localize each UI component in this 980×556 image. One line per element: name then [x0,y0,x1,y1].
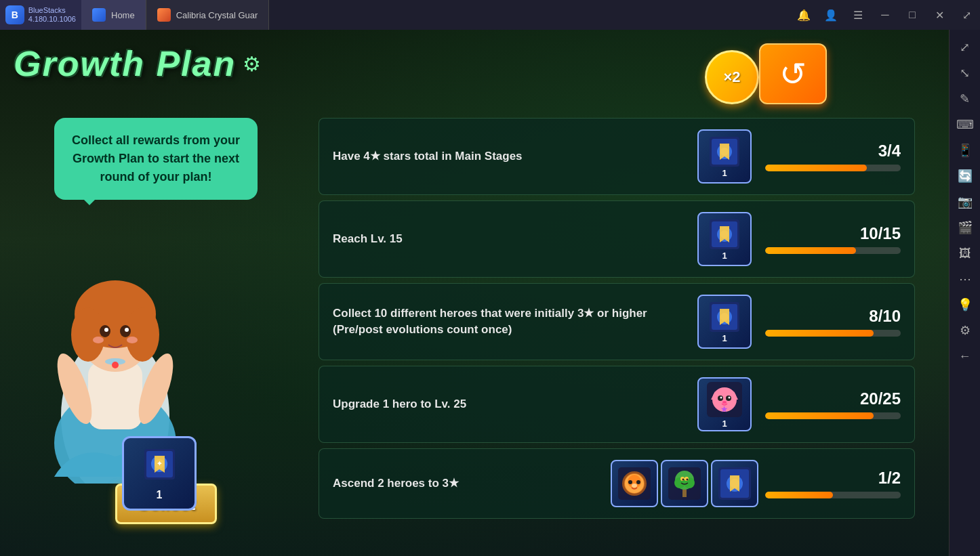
task-reward-icon: 1 [697,377,752,431]
task-progress: 20/25 [765,389,901,419]
svg-point-11 [93,337,104,343]
minimize-btn[interactable]: ─ [872,0,899,30]
reward-item: ✦ 1 [122,436,197,511]
book-icon-1 [708,135,741,168]
task-reward-icon: 1 [697,212,752,266]
reward-book-icon: ✦ [141,446,178,489]
task-progress: 3/4 [765,142,901,171]
sidebar-light-icon[interactable]: 💡 [953,293,977,317]
progress-bar-bg [765,165,901,171]
progress-text: 3/4 [765,142,901,161]
notification-btn[interactable]: 🔔 [790,0,817,30]
progress-bar-fill [765,492,833,498]
task-reward-count: 1 [722,168,727,178]
sidebar-sync-icon[interactable]: 🔄 [953,164,977,188]
sidebar-edit-icon[interactable]: ✎ [953,87,977,111]
progress-bar-bg [765,412,901,419]
sidebar-expand2-icon[interactable]: ⤡ [953,61,977,85]
task-description: Upgrade 1 hero to Lv. 25 [333,396,684,412]
task-row: Have 4★ stars total in Main Stages 1 3/4 [319,118,915,195]
progress-text: 1/2 [765,469,901,488]
progress-bar-fill [765,412,874,419]
svg-point-50 [632,484,637,488]
book-icon-3 [708,301,741,333]
svg-point-12 [127,337,138,343]
progress-text: 20/25 [765,389,901,408]
bluestacks-bar: B BlueStacks4.180.10.1006 Home Calibria … [0,0,980,30]
task-reward-icon: 1 [697,295,752,349]
title-area: Growth Plan ⚙ [14,43,261,84]
sidebar-keyboard-icon[interactable]: ⌨ [953,112,977,137]
progress-bar-fill [765,330,874,337]
task-description: Have 4★ stars total in Main Stages [333,148,684,165]
expand-btn[interactable]: ⤢ [953,0,980,30]
sidebar-more-icon[interactable]: ⋯ [953,267,977,291]
svg-point-14 [112,362,119,368]
close-btn[interactable]: ✕ [926,0,953,30]
home-tab[interactable]: Home [81,0,146,30]
task-reward-sm-lion [611,460,658,507]
task-description: Collect 10 different heroes that were in… [333,305,684,338]
x2-coin-button[interactable]: ×2 [705,50,759,104]
sidebar-settings-icon[interactable]: ⚙ [953,318,977,343]
svg-point-48 [628,480,632,484]
svg-point-9 [104,328,108,332]
svg-point-59 [687,479,689,481]
sidebar-expand-icon[interactable]: ⤢ [953,35,977,60]
speech-bubble: Collect all rewards from your Growth Pla… [54,118,258,200]
game-tab-icon [157,8,171,22]
reward-book-svg: ✦ [141,446,178,483]
svg-point-5 [71,307,105,362]
menu-btn[interactable]: ☰ [844,0,872,30]
task-reward-icon: 1 [697,129,752,184]
progress-bar-fill [765,247,856,254]
page-title: Growth Plan [14,43,236,84]
sidebar-video-icon[interactable]: 🎬 [953,215,977,240]
tree-icon [668,467,701,500]
right-sidebar: ⤢ ⤡ ✎ ⌨ 📱 🔄 📷 🎬 🖼 ⋯ 💡 ⚙ ← [949,30,980,556]
sidebar-image-icon[interactable]: 🖼 [953,241,977,265]
svg-point-42 [722,401,727,404]
progress-bar-bg [765,247,901,254]
sidebar-back-icon[interactable]: ← [953,344,977,368]
svg-point-41 [729,396,731,398]
game-tab[interactable]: Calibria Crystal Guar [146,0,270,30]
tasks-panel: Have 4★ stars total in Main Stages 1 3/4 [319,118,915,519]
bs-logo-icon: B [5,5,24,24]
game-area: Growth Plan ⚙ ×2 ↺ Collect all rewards f… [0,30,949,556]
task-progress: 1/2 [765,469,901,498]
task-row: Upgrade 1 hero to Lv. 25 [319,366,915,443]
lion-icon [617,467,651,500]
book-icon-5 [718,467,752,500]
title-gear-icon: ⚙ [243,52,261,76]
task-reward-sm-tree [661,460,708,507]
svg-text:✦: ✦ [157,460,163,467]
account-btn[interactable]: 👤 [817,0,844,30]
reward-count-label: 1 [157,489,163,501]
task-row: Reach Lv. 15 1 10/15 [319,200,915,278]
bluestacks-logo: B BlueStacks4.180.10.1006 [0,0,81,30]
refresh-button[interactable]: ↺ [759,43,827,104]
sidebar-phone-icon[interactable]: 📱 [953,138,977,163]
svg-point-49 [636,480,640,484]
progress-bar-bg [765,330,901,337]
svg-point-6 [125,307,159,362]
svg-point-58 [682,479,685,481]
book-icon-2 [708,218,741,251]
cat-icon [706,381,743,419]
speech-bubble-text: Collect all rewards from your Growth Pla… [72,133,240,184]
sidebar-camera-icon[interactable]: 📷 [953,190,977,214]
task-reward-count: 1 [722,333,727,343]
bs-logo-text: BlueStacks4.180.10.1006 [28,6,76,24]
svg-point-40 [720,396,722,398]
window-controls: 🔔 👤 ☰ ─ □ ✕ ⤢ [790,0,980,30]
task-row: Ascend 2 heroes to 3★ [319,448,915,519]
task-reward-count: 1 [722,419,727,429]
left-panel: Collect all rewards from your Growth Pla… [14,118,271,524]
task-progress: 10/15 [765,224,901,254]
home-tab-icon [92,8,106,22]
maximize-btn[interactable]: □ [899,0,926,30]
task-description: Ascend 2 heroes to 3★ [333,475,604,492]
progress-bar-fill [765,165,867,171]
progress-text: 10/15 [765,224,901,243]
